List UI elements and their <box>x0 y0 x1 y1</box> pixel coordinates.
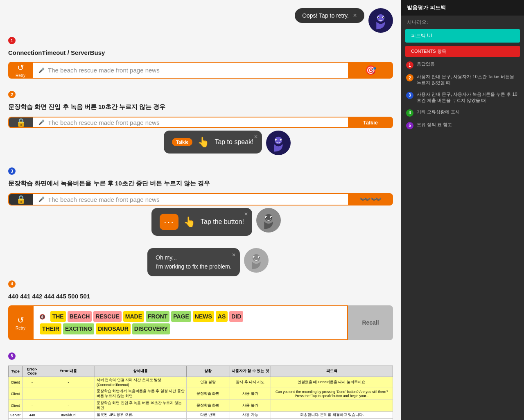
retry-icon: ↺ <box>17 63 24 72</box>
table-row: Client - - 문장학습 화면 진입 후 녹음 버튼 10초간 누르지 않… <box>9 400 393 411</box>
scenario-4-title: 440 441 442 444 445 500 501 <box>8 293 393 300</box>
sidebar-item-text-4: 기타 오류상황에 표시 <box>417 109 460 115</box>
scenario-5-badge: 5 <box>8 352 16 360</box>
scenario-4-retry-btn[interactable]: ↺ Retry <box>8 305 33 340</box>
word-exciting: EXCITING <box>63 323 94 334</box>
tap-button-text: Tap the button! <box>201 218 244 226</box>
scenario-2-input-row: 🔒 🎤 The beach rescue made front page new… <box>8 117 393 128</box>
scenario-2-input-field[interactable]: 🎤 The beach rescue made front page news <box>33 117 348 128</box>
scenario-4-ohmy-area: Oh my...I'm working to fix the problem. … <box>147 248 393 276</box>
svg-point-8 <box>276 140 276 140</box>
scenario-3-input-row: 🔒 🎤 The beach rescue made front page new… <box>8 193 393 205</box>
tap-speak-text: Tap to speak! <box>215 138 253 146</box>
scenario-1-block: Oops! Tap to retry. ✕ 1 ConnectionTimeou… <box>8 8 393 79</box>
scenario-4-block: Oh my...I'm working to fix the problem. … <box>8 248 393 340</box>
sidebar-item-text-2: 사용자 안내 문구, 사용자가 10초간 Talkie 버튼을 누르지 않았을 … <box>417 74 519 86</box>
sidebar-item-5[interactable]: 5 오류 정의 표 참고 <box>401 119 524 132</box>
svg-point-14 <box>271 217 272 218</box>
main-panel: Oops! Tap to retry. ✕ 1 ConnectionTimeou… <box>0 0 401 420</box>
scenario-3-title: 문장학습 화면에서 녹음버튼을 누른 후 10초간 중단 버튼 누르지 않는 경… <box>8 180 393 187</box>
mic-icon-4: 🔇 <box>39 314 45 320</box>
sidebar-item-text-3: 사용자 안내 문구, 사용자가 녹음버튼을 누른 후 10초간 제출 버튼을 누… <box>417 91 519 104</box>
scenario-3-tooltip-area: ··· 👆 Tap the button! ✕ <box>151 208 393 236</box>
scenario-5-block: 5 TypeError-CodeError 내용상세내용상황사용자가 할 수 있… <box>8 352 393 420</box>
sidebar-item-num-1: 1 <box>406 61 413 69</box>
word-front: FRONT <box>146 311 169 322</box>
ohmy-bubble: Oh my...I'm working to fix the problem. … <box>147 248 240 276</box>
scenario-2-badge: 2 <box>8 91 16 98</box>
mic-icon-3: 🎤 <box>38 196 45 202</box>
scenario-3-block: 3 문장학습 화면에서 녹음버튼을 누른 후 10초간 중단 버튼 누르지 않는… <box>8 167 393 236</box>
sidebar-item-num-5: 5 <box>406 122 413 129</box>
hand-icon-3: 👆 <box>183 216 196 228</box>
svg-point-13 <box>266 217 267 218</box>
word-as: AS <box>216 311 228 322</box>
word-rescue: RESCUE <box>93 311 121 322</box>
scenario-3-input-field[interactable]: 🎤 The beach rescue made front page news <box>33 193 348 205</box>
scenario-1-toast-area: Oops! Tap to retry. ✕ <box>8 8 393 33</box>
table-row: Server 440 InvalidUrl 잘못된 URL 경우 오류. 다른 … <box>9 411 393 418</box>
sidebar-item-3[interactable]: 3 사용자 안내 문구, 사용자가 녹음버튼을 누른 후 10초간 제출 버튼을… <box>401 89 524 106</box>
sidebar-item-num-2: 2 <box>406 74 413 81</box>
scenario-1-right-btn[interactable]: 🎯 <box>348 62 393 79</box>
toast-text-1: Oops! Tap to retry. <box>302 12 349 19</box>
scenario-1-input-row: ↺ Retry 🎤 The beach rescue made front pa… <box>8 62 393 79</box>
toast-bubble-1: Oops! Tap to retry. ✕ <box>295 8 364 23</box>
toast-close-1[interactable]: ✕ <box>353 13 357 18</box>
tap-button-close[interactable]: ✕ <box>244 211 248 217</box>
table-header: 사용자가 할 수 있는 것 <box>230 366 271 377</box>
tap-speak-close[interactable]: ✕ <box>254 134 258 140</box>
word-highlights: THEBEACHRESCUEMADEFRONTPAGENEWSASDIDTHEI… <box>39 314 244 332</box>
table-header: 상세내용 <box>95 366 187 377</box>
word-news: NEWS <box>193 311 214 322</box>
sidebar-item-text-5: 오류 정의 표 참고 <box>417 122 452 128</box>
scenario-3-wave-btn[interactable]: 〰️〰️ <box>348 193 393 205</box>
retry-label-4: Retry <box>16 326 25 330</box>
table-header: 상황 <box>186 366 230 377</box>
avatar-3 <box>256 208 281 233</box>
word-the: THE <box>50 311 66 322</box>
scenario-2-talkie-btn[interactable]: Talkie <box>348 117 393 128</box>
tap-speak-bubble: Talkie 👆 Tap to speak! ✕ <box>164 131 262 154</box>
sidebar-contents-header: CONTENTS 항목 <box>405 46 520 57</box>
sidebar-item-1[interactable]: 1 응답없음 <box>401 59 524 71</box>
ohmy-text: Oh my...I'm working to fix the problem. <box>156 254 232 270</box>
scenario-1-retry-btn[interactable]: ↺ Retry <box>8 62 33 79</box>
scenario-2-block: 2 문장학습 화면 진입 후 녹음 버튼 10초간 누르지 않는 경우 🔒 🎤 … <box>8 91 393 155</box>
retry-label: Retry <box>16 73 25 78</box>
svg-point-18 <box>253 257 254 258</box>
sidebar-item-text-1: 응답없음 <box>417 61 435 67</box>
svg-point-19 <box>258 257 259 258</box>
scenario-4-recall-btn[interactable]: Recall <box>348 305 393 340</box>
word-dinosaur: DINOSAUR <box>96 323 131 334</box>
scenario-4-highlighted-field: 🔇 THEBEACHRESCUEMADEFRONTPAGENEWSASDIDTH… <box>33 305 348 340</box>
word-made: MADE <box>123 311 144 322</box>
word-page: PAGE <box>171 311 191 322</box>
table-row: Server 441 ConditionHeadersNotSupported … <box>9 418 393 420</box>
table-header: Type <box>9 366 23 377</box>
scenario-3-placeholder: The beach rescue made front page news <box>48 196 160 203</box>
sidebar-item-num-3: 3 <box>406 92 413 99</box>
scenario-1-input-field[interactable]: 🎤 The beach rescue made front page news <box>33 62 348 79</box>
ohmy-close[interactable]: ✕ <box>232 251 236 259</box>
svg-point-9 <box>280 140 281 140</box>
table-header: Error-Code <box>23 366 42 377</box>
error-table-wrap: TypeError-CodeError 내용상세내용상황사용자가 할 수 있는 … <box>8 366 393 420</box>
word-discovery: DISCOVERY <box>132 323 170 334</box>
avatar-2 <box>266 131 291 155</box>
mic-icon-2: 🎤 <box>38 120 45 125</box>
scenario-1-placeholder: The beach rescue made front page news <box>48 67 160 74</box>
sidebar-item-2[interactable]: 2 사용자 안내 문구, 사용자가 10초간 Talkie 버튼을 누르지 않았… <box>401 71 524 89</box>
retry-icon-4: ↺ <box>17 315 24 325</box>
sidebar-tab-active[interactable]: 피드백 UI <box>405 29 520 43</box>
avatar-4 <box>244 248 269 273</box>
scenario-3-locked-icon: 🔒 <box>8 193 33 205</box>
table-header: 피드백 <box>271 366 393 377</box>
scenario-1-badge: 1 <box>8 37 16 44</box>
sidebar-item-4[interactable]: 4 기타 오류상황에 표시 <box>401 106 524 119</box>
sidebar-header: 발음평가 피드백 <box>401 0 524 16</box>
scenario-4-badge: 4 <box>8 280 16 288</box>
mic-icon-1: 🎤 <box>38 68 45 73</box>
sidebar-item-num-4: 4 <box>406 109 413 117</box>
talkie-pill: Talkie <box>172 138 192 146</box>
